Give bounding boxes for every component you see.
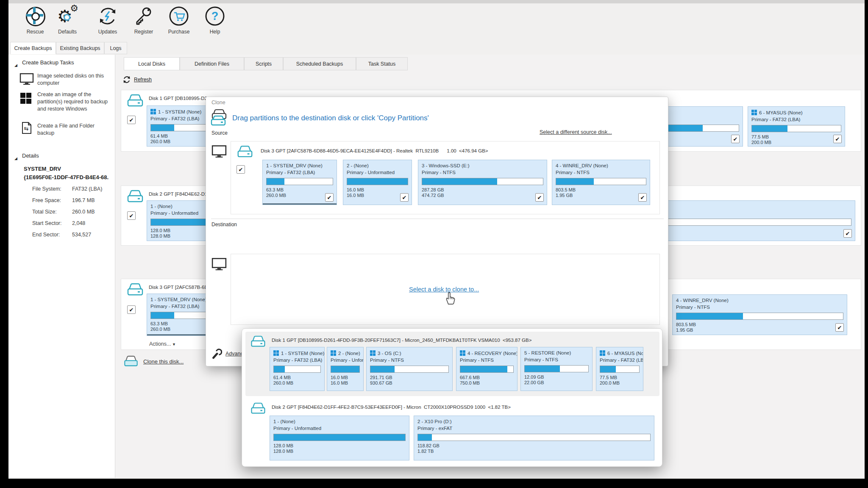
usage-bar: [347, 178, 408, 185]
destination-label: Destination: [211, 222, 237, 227]
windows-flag-icon: [331, 350, 336, 356]
usage-bar: [676, 313, 843, 320]
windows-flag-icon: [150, 109, 156, 114]
sidebar-item-file-folder-backup[interactable]: Create a File and Folder backup: [37, 122, 109, 137]
detail-row: Free Space:196.7 MB: [32, 197, 117, 203]
disk-checkbox[interactable]: [127, 211, 136, 220]
disk-checkbox[interactable]: [127, 116, 136, 124]
toolbar-label: Updates: [89, 29, 127, 35]
partition-card[interactable]: 1 - SYSTEM (None) Primary - FAT32 (LBA) …: [270, 347, 325, 391]
partition-card[interactable]: 4 - RECOVERY (None) Primary - NTFS 667.6…: [456, 347, 517, 391]
details-volume-guid: {1E695F0E-1DDF-47FD-B4E4-68.: [24, 174, 108, 180]
source-disk-header: Disk 3 GPT [2AFC587B-6D88-46D5-9ECA-EE41…: [261, 148, 655, 153]
usage-bar: [460, 366, 514, 373]
sync-icon: [97, 6, 118, 26]
picker-disk-row-1[interactable]: Disk 1 GPT [DB108995-D261-4FDD-9F3B-20FE…: [245, 332, 659, 396]
sidebar-item-image-disks[interactable]: Image selected disks on this computer: [37, 72, 109, 87]
frame-bottom: [0, 479, 868, 488]
frame-right: [865, 0, 868, 488]
partition-card[interactable]: 3 - OS (C:) Primary - NTFS 291.71 GB930.…: [366, 347, 453, 391]
picker-disk-row-2[interactable]: Disk 2 GPT [F84D4E62-D1FF-4FE2-B7C9-53EF…: [245, 399, 659, 464]
actions-dropdown[interactable]: Actions...: [149, 341, 176, 347]
detail-row: Total Size:260.0 MB: [32, 209, 117, 215]
usage-bar: [331, 366, 360, 373]
source-label: Source: [211, 130, 228, 136]
clone-this-disk-link[interactable]: Clone this disk...: [123, 355, 216, 369]
usage-bar: [422, 178, 543, 185]
file-backup-icon: ⇆: [21, 122, 32, 136]
partition-card[interactable]: 2 - (None) Primary - Unformatted 16.0 MB…: [327, 347, 364, 391]
partition-card[interactable]: 3 - Windows-SSD (E:) Primary - NTFS 287.…: [418, 160, 547, 205]
partition-checkbox[interactable]: [325, 193, 334, 202]
disk-icon: [236, 145, 254, 161]
divider: [211, 219, 664, 219]
tab-scripts[interactable]: Scripts: [244, 57, 283, 70]
disk-icon: [250, 335, 267, 350]
help-button[interactable]: ? Help: [196, 6, 234, 35]
usage-bar: [273, 434, 406, 441]
tab-local-disks[interactable]: Local Disks: [124, 57, 180, 70]
lifebuoy-icon: [25, 6, 45, 26]
tab-existing-backups[interactable]: Existing Backups: [56, 42, 104, 54]
refresh-button[interactable]: Refresh: [122, 75, 173, 85]
partition-card[interactable]: 4 - WINRE_DRV (None) Primary - NTFS 803.…: [672, 294, 847, 335]
usage-bar: [524, 365, 589, 372]
frame-left: [0, 0, 8, 488]
source-disk-checkbox[interactable]: [236, 165, 245, 174]
windows-flag-icon: [751, 110, 757, 115]
partition-card[interactable]: 2 - (None) Primary - Unformatted 16.0 MB…: [343, 160, 412, 205]
windows-flag-icon: [273, 350, 279, 356]
details-volume-name: SYSTEM_DRV: [24, 166, 61, 172]
tab-scheduled-backups[interactable]: Scheduled Backups: [283, 57, 356, 70]
usage-bar: [273, 366, 321, 373]
refresh-icon: [122, 75, 131, 86]
updates-button[interactable]: Updates: [89, 6, 127, 35]
expander-icon[interactable]: [14, 61, 17, 68]
disk-icon: [123, 355, 139, 369]
register-button[interactable]: Register: [125, 6, 163, 35]
toolbar-label: Help: [196, 29, 234, 35]
details-section-title: Details: [22, 152, 39, 159]
partition-card[interactable]: 6 - MYASUS (None) Primary - FAT32 (LBA) …: [596, 347, 643, 391]
partition-checkbox[interactable]: [833, 135, 842, 143]
partition-checkbox[interactable]: [535, 193, 544, 202]
expander-icon[interactable]: [14, 154, 17, 161]
partition-card[interactable]: 4 - WINRE_DRV (None) Primary - NTFS 803.…: [552, 160, 650, 205]
partition-checkbox[interactable]: [400, 193, 409, 202]
defaults-button[interactable]: ⚙⚙ Defaults: [48, 6, 86, 35]
tab-task-status[interactable]: Task Status: [356, 57, 408, 70]
sidebar-item-image-windows-partitions[interactable]: Create an image of the partition(s) requ…: [37, 91, 112, 113]
partition-card[interactable]: 5 - RESTORE (None) Primary - NTFS 12.09 …: [520, 347, 593, 391]
partition-checkbox[interactable]: [638, 193, 647, 202]
app-tab-bar: Create Backups Existing Backups Logs: [8, 42, 865, 55]
tab-definition-files[interactable]: Definition Files: [180, 57, 244, 70]
partition-checkbox[interactable]: [835, 323, 844, 332]
detail-row: End Sector:534,527: [32, 232, 117, 238]
partition-card[interactable]: 6 - MYASUS (None) Primary - FAT32 (LBA) …: [748, 106, 845, 147]
dialog-headline: Drag partitions to the destination disk …: [232, 114, 429, 122]
usage-bar: [266, 178, 333, 185]
document-tab-bar: Local Disks Definition Files Scripts Sch…: [115, 57, 865, 70]
partition-card[interactable]: 1 - SYSTEM_DRV (None) Primary - FAT32 (L…: [262, 160, 337, 205]
disk-checkbox[interactable]: [127, 305, 136, 314]
usage-bar: [600, 366, 640, 373]
wrench-icon: [210, 348, 222, 361]
disk-icon: [126, 283, 145, 299]
tab-create-backups[interactable]: Create Backups: [10, 42, 56, 54]
disk-icon: [126, 189, 145, 205]
partition-checkbox[interactable]: [731, 135, 740, 143]
partition-checkbox[interactable]: [843, 229, 852, 238]
dialog-title: Clone: [211, 100, 225, 105]
gear-icon: ⚙⚙: [57, 6, 78, 26]
picker-disk-header: Disk 2 GPT [F84D4E62-D1FF-4FE2-B7C9-53EF…: [272, 405, 653, 410]
disk-picker-popup: Disk 1 GPT [DB108995-D261-4FDD-9F3B-20FE…: [242, 328, 662, 467]
tab-logs[interactable]: Logs: [104, 42, 127, 54]
partition-card[interactable]: 2 - X10 Pro (D:) Primary - exFAT 118.82 …: [414, 416, 654, 460]
windows-flag-icon: [600, 350, 605, 356]
select-source-disk-link[interactable]: Select a different source disk...: [540, 129, 612, 135]
partition-card[interactable]: 1 - (None) Primary - Unformatted 128.0 M…: [270, 416, 409, 460]
picker-disk-header: Disk 1 GPT [DB108995-D261-4FDD-9F3B-20FE…: [272, 338, 653, 343]
windows-flag-icon: [370, 350, 376, 356]
purchase-button[interactable]: Purchase: [160, 6, 198, 35]
toolbar: Rescue ⚙⚙ Defaults Updates: [8, 3, 865, 42]
